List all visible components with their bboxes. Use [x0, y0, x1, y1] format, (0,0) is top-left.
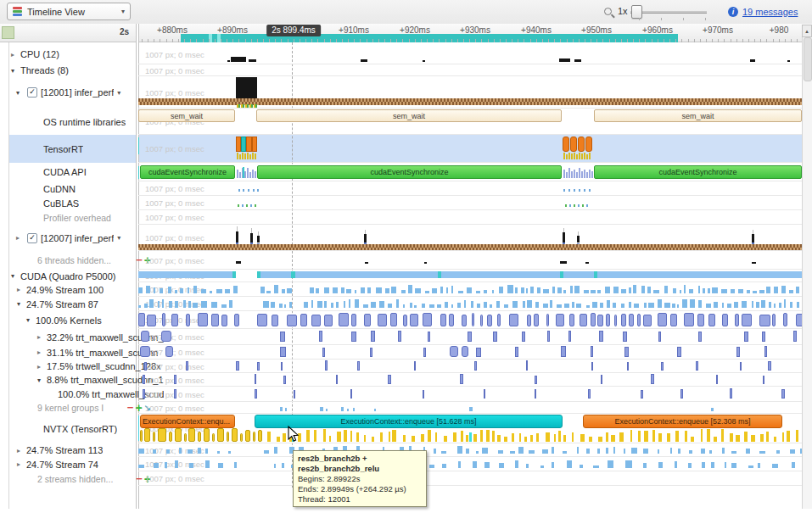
- event-mark[interactable]: [574, 189, 575, 192]
- timeline-row-profiler-overhead[interactable]: 1007 px; 0 msec: [138, 210, 802, 225]
- event-mark[interactable]: [787, 60, 790, 62]
- event-mark[interactable]: [752, 234, 754, 242]
- event-mark[interactable]: [571, 153, 573, 159]
- event-mark[interactable]: [591, 171, 593, 178]
- expander-collapsed-icon[interactable]: ▸: [17, 447, 26, 454]
- event-mark[interactable]: [581, 153, 583, 159]
- event-mark[interactable]: [566, 172, 568, 178]
- event-mark[interactable]: [563, 170, 565, 178]
- event-mark[interactable]: [469, 432, 472, 442]
- event-mark[interactable]: [566, 154, 568, 159]
- event-mark[interactable]: [257, 236, 260, 242]
- event-mark[interactable]: [141, 331, 149, 342]
- event-mark[interactable]: [251, 104, 253, 108]
- timeline-row-kernel-32[interactable]: 1007 px; 0 msec: [138, 329, 802, 345]
- event-mark[interactable]: [244, 153, 246, 159]
- sidebar-row-kernel-groups[interactable]: 9 kernel groups I−+↘: [9, 402, 154, 414]
- timeline-mark[interactable]: [138, 415, 139, 441]
- event-mark[interactable]: [586, 204, 588, 207]
- event-mark[interactable]: [424, 262, 427, 264]
- event-mark[interactable]: [237, 153, 238, 159]
- event-mark[interactable]: [255, 204, 256, 207]
- timeline-row-cpu[interactable]: 1007 px; 0 msec: [138, 44, 802, 64]
- event-mark[interactable]: [361, 59, 367, 62]
- event-mark[interactable]: [568, 153, 570, 159]
- ruler-track[interactable]: 2s 899.4ms +880ms+890ms+910ms+920ms+930m…: [138, 24, 802, 42]
- event-mark[interactable]: [750, 59, 755, 62]
- event-mark[interactable]: [589, 189, 591, 192]
- event-mark[interactable]: [374, 409, 376, 411]
- event-mark[interactable]: [450, 346, 458, 357]
- timeline-mark[interactable]: [138, 271, 236, 278]
- timeline-row-threads[interactable]: 1007 px; 0 msec: [138, 64, 802, 76]
- event-mark[interactable]: [565, 204, 567, 207]
- expander-expanded-icon[interactable]: ▾: [16, 89, 25, 97]
- event-mark[interactable]: [242, 153, 244, 159]
- event-mark[interactable]: [174, 375, 176, 384]
- event-mark[interactable]: [143, 375, 145, 384]
- sidebar-row-stream-100[interactable]: ▸24.9% Stream 100: [9, 282, 143, 297]
- timeline-row-kernels[interactable]: 1007 px; 0 msec: [138, 311, 802, 329]
- expander-collapsed-icon[interactable]: ▸: [11, 51, 20, 59]
- hide-row-button[interactable]: −: [126, 404, 135, 412]
- event-mark[interactable]: [258, 430, 262, 442]
- event-mark[interactable]: [353, 408, 355, 411]
- event-mark[interactable]: [576, 154, 578, 159]
- expander-expanded-icon[interactable]: ▾: [37, 376, 47, 384]
- event-mark[interactable]: [574, 153, 575, 159]
- event-mark[interactable]: [250, 204, 252, 207]
- timeline-mark[interactable]: [236, 77, 257, 98]
- event-mark[interactable]: [589, 153, 591, 159]
- event-mark[interactable]: [578, 204, 580, 207]
- event-mark[interactable]: [238, 104, 240, 108]
- event-mark[interactable]: [247, 168, 249, 178]
- event-mark[interactable]: [236, 261, 241, 264]
- event-mark[interactable]: [257, 189, 259, 192]
- sem-wait-bar[interactable]: sem_wait: [256, 109, 562, 122]
- event-mark[interactable]: [252, 170, 254, 178]
- vertical-scrollbar[interactable]: [802, 37, 812, 509]
- sidebar-row-cuda-gpu[interactable]: ▾CUDA (Quadro P5000): [9, 270, 137, 282]
- sidebar-row-thread-12001[interactable]: ▾✓[12001] infer_perf▾: [9, 76, 143, 109]
- event-mark[interactable]: [249, 154, 251, 159]
- event-mark[interactable]: [227, 432, 229, 442]
- timeline-row-os-runtime[interactable]: 1007 px; 0 msecsem_waitsem_waitsem_wait: [138, 109, 802, 135]
- cuda-api-bar[interactable]: cudaEventSynchronize: [594, 165, 802, 179]
- timeline-row-cublas[interactable]: 1007 px; 0 msec: [138, 196, 802, 210]
- sidebar-row-stream-87[interactable]: ▾24.7% Stream 87: [9, 297, 143, 311]
- event-mark[interactable]: [238, 204, 239, 207]
- event-mark[interactable]: [204, 428, 210, 442]
- event-mark[interactable]: [252, 153, 254, 159]
- event-mark[interactable]: [242, 204, 244, 207]
- event-mark[interactable]: [238, 189, 240, 192]
- timeline-row-stream-74[interactable]: 1007 px; 0 msec: [138, 457, 802, 471]
- event-mark[interactable]: [246, 204, 248, 207]
- timeline-mark[interactable]: [570, 137, 577, 152]
- event-mark[interactable]: [469, 407, 473, 411]
- event-mark[interactable]: [140, 430, 143, 442]
- scrollbar-thumb[interactable]: [804, 37, 812, 81]
- timeline-mark[interactable]: [563, 137, 569, 152]
- dropdown-caret-icon[interactable]: ▾: [117, 89, 120, 97]
- event-mark[interactable]: [243, 104, 244, 108]
- event-mark[interactable]: [212, 433, 215, 442]
- event-mark[interactable]: [184, 433, 187, 442]
- event-mark[interactable]: [175, 428, 182, 442]
- event-mark[interactable]: [198, 432, 201, 442]
- event-mark[interactable]: [174, 389, 176, 399]
- event-mark[interactable]: [574, 170, 575, 178]
- event-mark[interactable]: [462, 346, 468, 357]
- expander-collapsed-icon[interactable]: ▸: [17, 460, 26, 468]
- messages-link[interactable]: 19 messages: [742, 7, 798, 17]
- event-mark[interactable]: [245, 430, 250, 442]
- event-mark[interactable]: [249, 172, 251, 178]
- nvtx-enqueue-bar[interactable]: ExecutionContext::enqu...: [140, 415, 235, 428]
- timeline-mark[interactable]: [578, 137, 585, 152]
- event-mark[interactable]: [584, 189, 585, 192]
- event-mark[interactable]: [247, 153, 249, 159]
- event-mark[interactable]: [569, 204, 571, 207]
- event-mark[interactable]: [563, 232, 565, 242]
- timeline-mark[interactable]: [138, 137, 139, 154]
- event-mark[interactable]: [249, 59, 256, 62]
- event-mark[interactable]: [581, 171, 583, 178]
